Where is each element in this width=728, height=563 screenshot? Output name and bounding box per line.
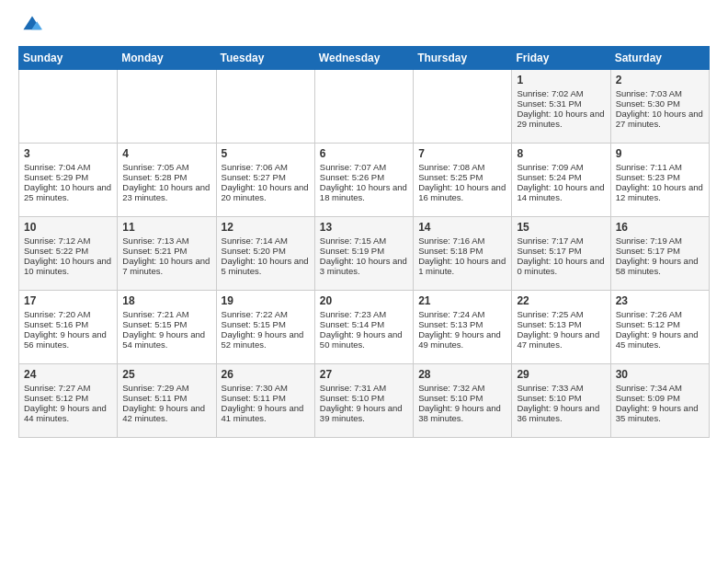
- day-info: Sunrise: 7:24 AM: [418, 309, 506, 319]
- day-info: Sunrise: 7:04 AM: [24, 162, 112, 172]
- day-info: Daylight: 10 hours and 12 minutes.: [616, 182, 704, 202]
- calendar-cell: 19Sunrise: 7:22 AMSunset: 5:15 PMDayligh…: [216, 291, 314, 364]
- day-info: Sunset: 5:22 PM: [24, 246, 112, 256]
- day-number: 23: [616, 294, 704, 307]
- day-info: Sunrise: 7:25 AM: [517, 309, 605, 319]
- day-info: Daylight: 10 hours and 20 minutes.: [222, 182, 310, 202]
- day-info: Daylight: 9 hours and 41 minutes.: [222, 403, 310, 423]
- day-number: 27: [320, 368, 408, 381]
- week-row-2: 3Sunrise: 7:04 AMSunset: 5:29 PMDaylight…: [19, 144, 710, 217]
- day-info: Daylight: 9 hours and 42 minutes.: [122, 403, 210, 423]
- header: [18, 15, 710, 35]
- calendar-cell: 1Sunrise: 7:02 AMSunset: 5:31 PMDaylight…: [512, 70, 610, 144]
- day-number: 7: [418, 147, 506, 160]
- day-info: Sunset: 5:30 PM: [616, 98, 704, 109]
- day-info: Sunset: 5:27 PM: [222, 172, 310, 182]
- day-info: Sunset: 5:14 PM: [320, 319, 408, 329]
- day-info: Daylight: 9 hours and 56 minutes.: [24, 329, 112, 350]
- day-info: Sunset: 5:15 PM: [122, 319, 210, 329]
- day-info: Sunset: 5:24 PM: [517, 172, 605, 182]
- day-info: Sunrise: 7:32 AM: [418, 383, 506, 393]
- logo-icon: [22, 15, 42, 35]
- week-row-4: 17Sunrise: 7:20 AMSunset: 5:16 PMDayligh…: [19, 291, 710, 364]
- calendar-cell: 16Sunrise: 7:19 AMSunset: 5:17 PMDayligh…: [610, 217, 709, 291]
- calendar-cell: 23Sunrise: 7:26 AMSunset: 5:12 PMDayligh…: [610, 291, 709, 364]
- calendar: SundayMondayTuesdayWednesdayThursdayFrid…: [18, 46, 710, 438]
- day-number: 5: [222, 147, 310, 160]
- header-row: SundayMondayTuesdayWednesdayThursdayFrid…: [19, 47, 710, 70]
- calendar-cell: 13Sunrise: 7:15 AMSunset: 5:19 PMDayligh…: [314, 217, 413, 291]
- day-info: Sunrise: 7:14 AM: [222, 236, 310, 246]
- calendar-cell: 25Sunrise: 7:29 AMSunset: 5:11 PMDayligh…: [118, 364, 216, 438]
- day-number: 6: [320, 147, 408, 160]
- header-day-wednesday: Wednesday: [314, 47, 413, 70]
- calendar-body: 1Sunrise: 7:02 AMSunset: 5:31 PMDaylight…: [19, 70, 710, 438]
- day-info: Daylight: 10 hours and 7 minutes.: [122, 256, 210, 276]
- header-day-friday: Friday: [512, 47, 610, 70]
- calendar-cell: 30Sunrise: 7:34 AMSunset: 5:09 PMDayligh…: [610, 364, 709, 438]
- day-info: Daylight: 9 hours and 58 minutes.: [616, 256, 704, 276]
- day-info: Sunset: 5:11 PM: [122, 393, 210, 403]
- calendar-cell: [118, 70, 216, 144]
- day-info: Sunrise: 7:20 AM: [24, 309, 112, 319]
- day-number: 3: [24, 147, 112, 160]
- calendar-cell: 26Sunrise: 7:30 AMSunset: 5:11 PMDayligh…: [216, 364, 314, 438]
- calendar-cell: 24Sunrise: 7:27 AMSunset: 5:12 PMDayligh…: [19, 364, 118, 438]
- day-info: Sunrise: 7:29 AM: [122, 383, 210, 393]
- calendar-cell: 7Sunrise: 7:08 AMSunset: 5:25 PMDaylight…: [414, 144, 512, 217]
- calendar-cell: 22Sunrise: 7:25 AMSunset: 5:13 PMDayligh…: [512, 291, 610, 364]
- header-day-saturday: Saturday: [610, 47, 709, 70]
- day-info: Sunset: 5:13 PM: [418, 319, 506, 329]
- calendar-cell: [414, 70, 512, 144]
- day-info: Sunrise: 7:12 AM: [24, 236, 112, 246]
- day-info: Daylight: 10 hours and 25 minutes.: [24, 182, 112, 202]
- calendar-cell: 3Sunrise: 7:04 AMSunset: 5:29 PMDaylight…: [19, 144, 118, 217]
- day-info: Sunset: 5:10 PM: [517, 393, 605, 403]
- day-info: Daylight: 10 hours and 27 minutes.: [616, 109, 704, 129]
- day-info: Daylight: 9 hours and 39 minutes.: [320, 403, 408, 423]
- day-info: Sunset: 5:13 PM: [517, 319, 605, 329]
- day-info: Daylight: 10 hours and 16 minutes.: [418, 182, 506, 202]
- day-info: Daylight: 9 hours and 47 minutes.: [517, 329, 605, 350]
- day-info: Sunrise: 7:19 AM: [616, 236, 704, 246]
- day-number: 11: [122, 221, 210, 234]
- day-info: Sunrise: 7:30 AM: [222, 383, 310, 393]
- calendar-cell: 18Sunrise: 7:21 AMSunset: 5:15 PMDayligh…: [118, 291, 216, 364]
- page: SundayMondayTuesdayWednesdayThursdayFrid…: [0, 0, 728, 453]
- day-info: Sunrise: 7:21 AM: [122, 309, 210, 319]
- calendar-cell: 28Sunrise: 7:32 AMSunset: 5:10 PMDayligh…: [414, 364, 512, 438]
- day-number: 29: [517, 368, 605, 381]
- day-info: Sunset: 5:17 PM: [517, 246, 605, 256]
- day-number: 12: [222, 221, 310, 234]
- day-info: Daylight: 9 hours and 45 minutes.: [616, 329, 704, 350]
- calendar-cell: 15Sunrise: 7:17 AMSunset: 5:17 PMDayligh…: [512, 217, 610, 291]
- calendar-cell: 5Sunrise: 7:06 AMSunset: 5:27 PMDaylight…: [216, 144, 314, 217]
- day-info: Daylight: 10 hours and 29 minutes.: [517, 109, 605, 129]
- day-number: 1: [517, 74, 605, 86]
- day-info: Daylight: 10 hours and 14 minutes.: [517, 182, 605, 202]
- day-info: Sunset: 5:10 PM: [418, 393, 506, 403]
- day-info: Sunrise: 7:15 AM: [320, 236, 408, 246]
- day-number: 25: [122, 368, 210, 381]
- day-info: Sunset: 5:09 PM: [616, 393, 704, 403]
- calendar-cell: [216, 70, 314, 144]
- day-info: Sunset: 5:15 PM: [222, 319, 310, 329]
- day-info: Sunrise: 7:11 AM: [616, 162, 704, 172]
- day-info: Sunrise: 7:08 AM: [418, 162, 506, 172]
- day-info: Sunrise: 7:06 AM: [222, 162, 310, 172]
- day-info: Sunset: 5:28 PM: [122, 172, 210, 182]
- calendar-cell: 2Sunrise: 7:03 AMSunset: 5:30 PMDaylight…: [610, 70, 709, 144]
- day-info: Daylight: 10 hours and 10 minutes.: [24, 256, 112, 276]
- calendar-cell: 20Sunrise: 7:23 AMSunset: 5:14 PMDayligh…: [314, 291, 413, 364]
- calendar-cell: 9Sunrise: 7:11 AMSunset: 5:23 PMDaylight…: [610, 144, 709, 217]
- day-number: 4: [122, 147, 210, 160]
- day-info: Sunrise: 7:33 AM: [517, 383, 605, 393]
- day-info: Sunset: 5:19 PM: [320, 246, 408, 256]
- calendar-cell: 4Sunrise: 7:05 AMSunset: 5:28 PMDaylight…: [118, 144, 216, 217]
- day-number: 16: [616, 221, 704, 234]
- day-info: Sunset: 5:10 PM: [320, 393, 408, 403]
- logo: [18, 15, 42, 35]
- calendar-cell: 10Sunrise: 7:12 AMSunset: 5:22 PMDayligh…: [19, 217, 118, 291]
- day-info: Sunrise: 7:31 AM: [320, 383, 408, 393]
- day-info: Sunrise: 7:13 AM: [122, 236, 210, 246]
